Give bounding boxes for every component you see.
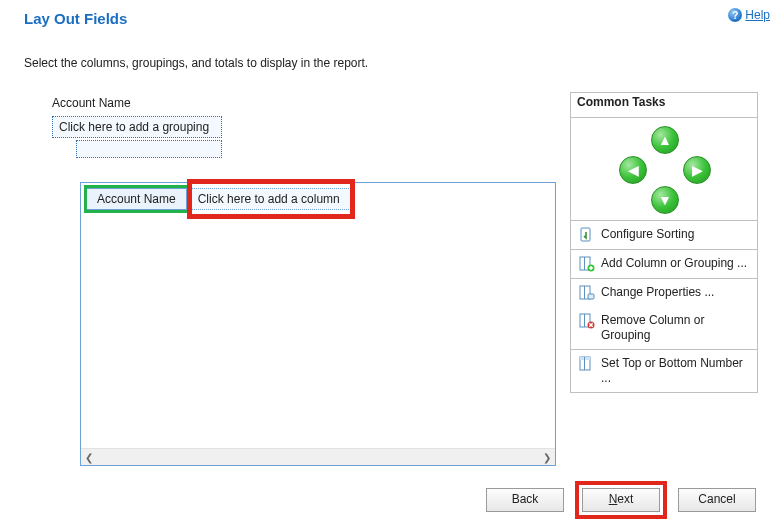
grouping-field-label: Account Name [52, 96, 131, 110]
properties-icon [579, 285, 595, 301]
task-set-top-or-bottom-number[interactable]: Set Top or Bottom Number ... [571, 350, 757, 392]
svg-rect-2 [584, 257, 585, 270]
remove-column-icon [579, 313, 595, 329]
add-grouping-placeholder[interactable]: Click here to add a grouping [52, 116, 222, 138]
wizard-footer: Back Next Cancel [486, 484, 756, 516]
task-label: Set Top or Bottom Number ... [601, 356, 749, 386]
help-label: Help [745, 8, 770, 22]
back-button[interactable]: Back [486, 488, 564, 512]
add-subgrouping-placeholder[interactable] [76, 140, 222, 158]
move-up-button[interactable]: ▲ [651, 126, 679, 154]
help-link[interactable]: ? Help [728, 8, 770, 22]
move-right-button[interactable]: ▶ [683, 156, 711, 184]
help-icon: ? [728, 8, 742, 22]
arrow-left-icon: ◀ [628, 162, 639, 178]
task-label: Configure Sorting [601, 227, 749, 242]
arrow-right-icon: ▶ [692, 162, 703, 178]
task-add-column-or-grouping[interactable]: Add Column or Grouping ... [571, 250, 757, 278]
svg-rect-10 [584, 314, 585, 327]
common-tasks-panel: Common Tasks ▲ ◀ ▶ ▼ Configure Sorting [570, 92, 758, 393]
instruction-text: Select the columns, groupings, and total… [24, 56, 368, 70]
arrow-up-icon: ▲ [658, 132, 672, 148]
move-left-button[interactable]: ◀ [619, 156, 647, 184]
svg-rect-8 [588, 294, 594, 299]
sort-icon [579, 227, 595, 243]
horizontal-scrollbar[interactable]: ❮ ❯ [81, 448, 555, 465]
svg-rect-16 [584, 357, 585, 370]
scroll-right-icon[interactable]: ❯ [539, 449, 555, 465]
cancel-button[interactable]: Cancel [678, 488, 756, 512]
svg-rect-5 [589, 267, 593, 268]
common-tasks-header: Common Tasks [571, 93, 757, 118]
move-down-button[interactable]: ▼ [651, 186, 679, 214]
move-arrows-pad: ▲ ◀ ▶ ▼ [571, 118, 757, 221]
task-remove-column-or-grouping[interactable]: Remove Column or Grouping [571, 307, 757, 349]
task-change-properties[interactable]: Change Properties ... [571, 279, 757, 307]
columns-layout-area[interactable]: Account Name Click here to add a column … [80, 182, 556, 466]
task-label: Change Properties ... [601, 285, 749, 300]
grouping-drop-area[interactable]: Click here to add a grouping [52, 116, 222, 162]
add-column-placeholder[interactable]: Click here to add a column [187, 188, 351, 210]
task-configure-sorting[interactable]: Configure Sorting [571, 221, 757, 249]
task-label: Remove Column or Grouping [601, 313, 749, 343]
scroll-left-icon[interactable]: ❮ [81, 449, 97, 465]
add-column-icon [579, 256, 595, 272]
arrow-down-icon: ▼ [658, 192, 672, 208]
column-account-name[interactable]: Account Name [86, 188, 187, 210]
top-bottom-icon [579, 356, 595, 372]
next-button[interactable]: Next [582, 488, 660, 512]
svg-rect-7 [584, 286, 585, 299]
task-label: Add Column or Grouping ... [601, 256, 749, 271]
page-title: Lay Out Fields [24, 10, 127, 27]
